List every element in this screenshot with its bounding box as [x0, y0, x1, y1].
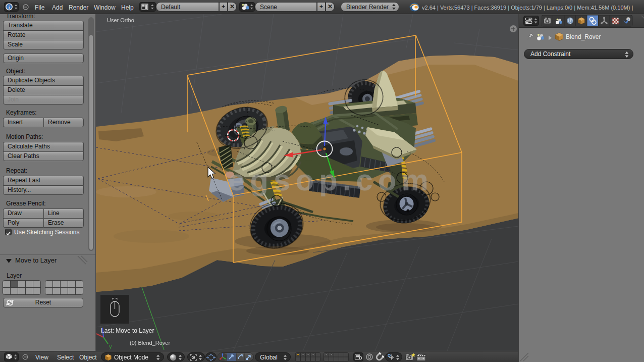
svg-text:(0) Blend_Rover: (0) Blend_Rover	[130, 340, 170, 346]
svg-text:y: y	[109, 343, 112, 349]
svg-text:User Ortho: User Ortho	[107, 17, 134, 23]
svg-text:Last: Move to Layer: Last: Move to Layer	[101, 327, 154, 334]
